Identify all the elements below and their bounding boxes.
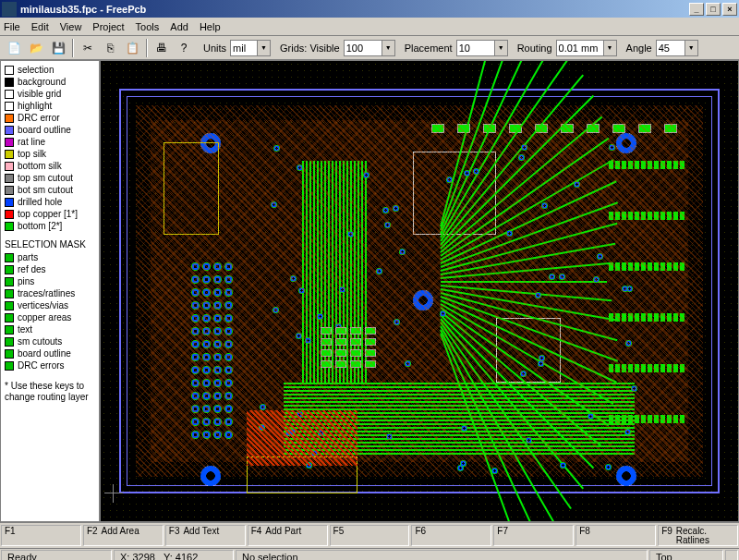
units-combo[interactable]: ▼ <box>230 40 271 56</box>
mask-swatch <box>5 301 14 310</box>
menu-add[interactable]: Add <box>170 21 188 32</box>
color-swatch <box>5 162 14 171</box>
mask-label: ref des <box>18 264 46 275</box>
legend-item[interactable]: selection <box>5 65 95 76</box>
fnkey-f2[interactable]: F2Add Area <box>83 525 164 546</box>
legend-item[interactable]: top copper [1*] <box>5 209 95 220</box>
mask-item[interactable]: copper areas <box>5 312 95 323</box>
close-button[interactable]: × <box>722 3 737 16</box>
new-icon[interactable]: 📄 <box>4 38 24 58</box>
mask-item[interactable]: board outline <box>5 348 95 359</box>
mask-item[interactable]: text <box>5 324 95 335</box>
paste-icon[interactable]: 📋 <box>122 38 142 58</box>
menu-help[interactable]: Help <box>200 21 221 32</box>
legend-item[interactable]: background <box>5 77 95 88</box>
minimize-button[interactable]: _ <box>689 3 704 16</box>
copy-icon[interactable]: ⎘ <box>100 38 120 58</box>
mask-item[interactable]: pins <box>5 276 95 287</box>
mask-item[interactable]: DRC errors <box>5 360 95 371</box>
open-icon[interactable]: 📂 <box>26 38 46 58</box>
angle-combo[interactable]: ▼ <box>656 40 698 56</box>
legend-item[interactable]: top sm cutout <box>5 173 95 184</box>
angle-label: Angle <box>626 43 652 54</box>
legend-item[interactable]: bot sm cutout <box>5 185 95 196</box>
status-selection: No selection <box>236 550 648 561</box>
save-icon[interactable]: 💾 <box>48 38 68 58</box>
grids-input[interactable] <box>345 41 382 55</box>
legend-label: bot sm cutout <box>18 185 73 196</box>
placement-combo[interactable]: ▼ <box>456 40 508 56</box>
grids-combo[interactable]: ▼ <box>344 40 395 56</box>
chevron-down-icon[interactable]: ▼ <box>684 41 697 55</box>
color-swatch <box>5 174 14 183</box>
units-input[interactable] <box>231 41 257 55</box>
menu-view[interactable]: View <box>60 21 82 32</box>
mask-label: board outline <box>18 348 71 359</box>
color-swatch <box>5 66 14 75</box>
color-swatch <box>5 222 14 231</box>
legend-item[interactable]: drilled hole <box>5 197 95 208</box>
legend-item[interactable]: rat line <box>5 137 95 148</box>
maximize-button[interactable]: □ <box>706 3 721 16</box>
fnkey-f3[interactable]: F3Add Text <box>165 525 246 546</box>
routing-label: Routing <box>517 43 552 54</box>
legend-label: bottom silk <box>18 161 62 172</box>
legend-label: drilled hole <box>18 197 62 208</box>
fnkey-f9[interactable]: F9Recalc. Ratlines <box>658 525 738 546</box>
statusbar: Ready X: 3298 Y: 4162 No selection Top <box>0 548 739 560</box>
legend-item[interactable]: highlight <box>5 101 95 112</box>
status-ready: Ready <box>1 550 112 561</box>
placement-input[interactable] <box>457 41 494 55</box>
chevron-down-icon[interactable]: ▼ <box>494 41 507 55</box>
mask-label: DRC errors <box>18 360 65 371</box>
routing-combo[interactable]: ▼ <box>556 40 617 56</box>
fnkey-f8[interactable]: F8 <box>575 525 656 546</box>
menubar: File Edit View Project Tools Add Help <box>0 18 739 36</box>
menu-project[interactable]: Project <box>92 21 124 32</box>
mask-swatch <box>5 361 14 371</box>
routing-input[interactable] <box>557 41 603 55</box>
fnkey-f1[interactable]: F1 <box>1 525 81 546</box>
mask-label: copper areas <box>18 312 71 323</box>
legend-item[interactable]: visible grid <box>5 89 95 100</box>
window-title: minilausb35.fpc - FreePcb <box>20 4 689 15</box>
fnkey-f4[interactable]: F4Add Part <box>248 525 328 546</box>
menu-edit[interactable]: Edit <box>31 21 49 32</box>
mask-swatch <box>5 313 14 323</box>
legend-label: top silk <box>18 149 46 160</box>
help-icon[interactable]: ? <box>174 38 194 58</box>
fnkey-f5[interactable]: F5 <box>330 525 410 546</box>
pcb-canvas[interactable] <box>100 60 739 522</box>
menu-tools[interactable]: Tools <box>136 21 160 32</box>
legend-item[interactable]: top silk <box>5 149 95 160</box>
legend-item[interactable]: DRC error <box>5 113 95 124</box>
resize-grip[interactable] <box>725 550 738 561</box>
mask-item[interactable]: vertices/vias <box>5 300 95 311</box>
chevron-down-icon[interactable]: ▼ <box>603 41 616 55</box>
color-swatch <box>5 150 14 159</box>
mask-item[interactable]: traces/ratlines <box>5 288 95 299</box>
grids-label: Grids: Visible <box>280 43 340 54</box>
mask-swatch <box>5 289 14 298</box>
mask-item[interactable]: sm cutouts <box>5 336 95 347</box>
chevron-down-icon[interactable]: ▼ <box>382 41 394 55</box>
mask-item[interactable]: ref des <box>5 264 95 275</box>
legend-item[interactable]: board outline <box>5 125 95 136</box>
fnkey-f7[interactable]: F7 <box>493 525 574 546</box>
cut-icon[interactable]: ✂ <box>78 38 98 58</box>
angle-input[interactable] <box>657 41 684 55</box>
legend-item[interactable]: bottom [2*] <box>5 221 95 232</box>
chevron-down-icon[interactable]: ▼ <box>257 41 270 55</box>
legend-label: board outline <box>18 125 71 136</box>
mask-label: parts <box>18 252 38 263</box>
print-icon[interactable]: 🖶 <box>151 38 172 58</box>
mask-label: sm cutouts <box>18 336 62 347</box>
mask-item[interactable]: parts <box>5 252 95 263</box>
legend-label: rat line <box>18 137 45 148</box>
units-label: Units <box>203 43 226 54</box>
menu-file[interactable]: File <box>4 21 20 32</box>
mask-swatch <box>5 277 14 286</box>
fnkey-f6[interactable]: F6 <box>411 525 491 546</box>
selection-mask-title: SELECTION MASK <box>5 239 95 250</box>
legend-item[interactable]: bottom silk <box>5 161 95 172</box>
